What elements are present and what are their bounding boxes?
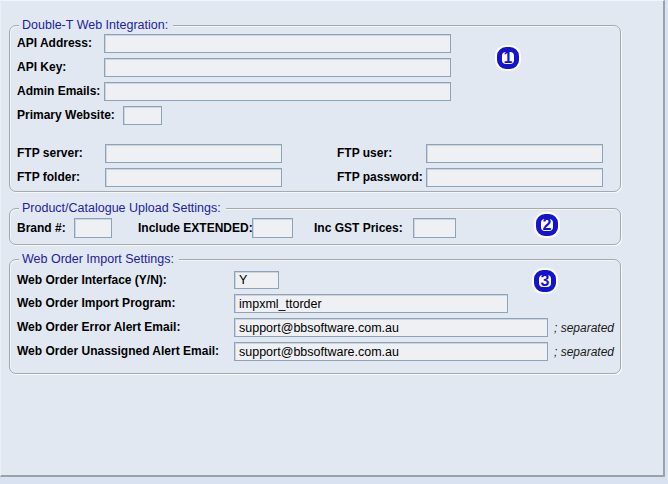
ftp-user-label: FTP user: [337, 144, 392, 163]
api-key-input[interactable] [104, 58, 451, 77]
ftp-server-input[interactable] [105, 144, 282, 163]
api-address-input[interactable] [104, 34, 451, 53]
group-title-double-t-web-integration: Double-T Web Integration: [19, 18, 173, 33]
group-title-web-order-import-settings: Web Order Import Settings: [19, 252, 179, 267]
web-order-import-program-input[interactable] [234, 294, 508, 313]
admin-emails-label: Admin Emails: [17, 82, 100, 101]
web-order-unassigned-alert-email-input[interactable] [234, 342, 548, 361]
web-order-error-alert-email-input[interactable] [234, 318, 548, 337]
web-order-error-alert-email-label: Web Order Error Alert Email: [17, 318, 180, 337]
group-product-catalogue-upload-settings: Product/Catalogue Upload Settings: Brand… [9, 208, 621, 245]
ftp-password-label: FTP password: [337, 168, 423, 187]
annotation-badge-2: 2 [536, 214, 558, 236]
web-order-interface-label: Web Order Interface (Y/N): [17, 271, 167, 290]
brand-number-input[interactable] [74, 218, 112, 238]
error-email-separated-note: ; separated [554, 319, 614, 338]
web-order-interface-input[interactable] [234, 271, 279, 289]
web-order-unassigned-alert-email-label: Web Order Unassigned Alert Email: [17, 342, 219, 361]
include-extended-label: Include EXTENDED: [138, 218, 253, 238]
api-address-label: API Address: [17, 34, 92, 53]
include-extended-input[interactable] [252, 218, 293, 238]
unassigned-email-separated-note: ; separated [554, 343, 614, 362]
primary-website-label: Primary Website: [17, 106, 115, 125]
annotation-badge-3: 3 [534, 270, 556, 292]
group-web-order-import-settings: Web Order Import Settings: Web Order Int… [9, 259, 621, 374]
api-key-label: API Key: [17, 58, 66, 77]
web-order-import-program-label: Web Order Import Program: [17, 294, 175, 313]
ftp-server-label: FTP server: [17, 144, 83, 163]
inc-gst-prices-input[interactable] [413, 218, 456, 238]
settings-panel: Double-T Web Integration: API Address: A… [0, 0, 665, 477]
inc-gst-prices-label: Inc GST Prices: [314, 218, 403, 238]
ftp-folder-input[interactable] [105, 168, 282, 187]
brand-number-label: Brand #: [17, 218, 66, 238]
group-title-product-catalogue-upload-settings: Product/Catalogue Upload Settings: [19, 201, 226, 216]
admin-emails-input[interactable] [104, 82, 451, 101]
ftp-user-input[interactable] [426, 144, 603, 163]
group-double-t-web-integration: Double-T Web Integration: API Address: A… [9, 25, 621, 192]
ftp-folder-label: FTP folder: [17, 168, 80, 187]
ftp-password-input[interactable] [426, 168, 603, 187]
primary-website-input[interactable] [123, 106, 162, 125]
annotation-badge-1: 1 [497, 47, 519, 69]
